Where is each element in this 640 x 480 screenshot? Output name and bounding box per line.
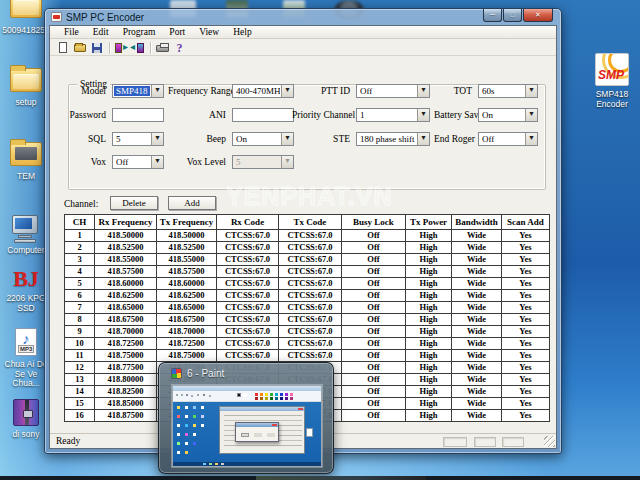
table-cell[interactable]: 418.55000 <box>157 254 217 266</box>
table-cell[interactable]: Off <box>342 290 406 302</box>
ani-field[interactable] <box>232 108 294 122</box>
table-cell[interactable]: 2 <box>65 242 95 254</box>
table-cell[interactable]: High <box>406 386 452 398</box>
model-combo[interactable]: SMP418▼ <box>112 84 164 98</box>
table-cell[interactable]: Off <box>342 398 406 410</box>
table-cell[interactable]: CTCSS:67.0 <box>279 230 342 242</box>
sql-combo[interactable]: 5▼ <box>112 132 164 146</box>
table-cell[interactable]: 418.57500 <box>95 266 157 278</box>
table-cell[interactable]: Off <box>342 350 406 362</box>
table-cell[interactable]: 418.75000 <box>157 350 217 362</box>
table-cell[interactable]: Yes <box>502 290 550 302</box>
table-row[interactable]: 1418.50000418.50000CTCSS:67.0CTCSS:67.0O… <box>65 230 550 242</box>
table-row[interactable]: 4418.57500418.57500CTCSS:67.0CTCSS:67.0O… <box>65 266 550 278</box>
table-cell[interactable]: Wide <box>452 398 502 410</box>
table-cell[interactable]: 15 <box>65 398 95 410</box>
table-cell[interactable]: Yes <box>502 254 550 266</box>
table-cell[interactable]: CTCSS:67.0 <box>279 326 342 338</box>
chevron-down-icon[interactable]: ▼ <box>417 133 429 145</box>
table-row[interactable]: 9418.70000418.70000CTCSS:67.0CTCSS:67.0O… <box>65 326 550 338</box>
table-cell[interactable]: 7 <box>65 302 95 314</box>
column-header[interactable]: Busy Lock <box>342 215 406 230</box>
table-row[interactable]: 8418.67500418.67500CTCSS:67.0CTCSS:67.0O… <box>65 314 550 326</box>
table-cell[interactable]: 418.52500 <box>157 242 217 254</box>
table-cell[interactable]: High <box>406 302 452 314</box>
table-cell[interactable]: 8 <box>65 314 95 326</box>
menu-file[interactable]: File <box>57 27 86 37</box>
paint-preview-window[interactable]: 6 - Paint <box>158 362 334 474</box>
table-row[interactable]: 5418.60000418.60000CTCSS:67.0CTCSS:67.0O… <box>65 278 550 290</box>
table-cell[interactable]: Wide <box>452 242 502 254</box>
column-header[interactable]: Tx Frequency <box>157 215 217 230</box>
table-cell[interactable]: High <box>406 266 452 278</box>
chevron-down-icon[interactable]: ▼ <box>417 85 429 97</box>
chevron-down-icon[interactable]: ▼ <box>151 156 163 168</box>
password-field[interactable] <box>112 108 164 122</box>
minimize-button[interactable]: ─ <box>483 9 502 22</box>
desktop-icon-setup[interactable]: setup <box>2 66 50 108</box>
table-cell[interactable]: 418.80000 <box>95 374 157 386</box>
table-cell[interactable]: 418.65000 <box>157 302 217 314</box>
table-cell[interactable]: CTCSS:67.0 <box>217 266 279 278</box>
table-cell[interactable]: Wide <box>452 290 502 302</box>
table-cell[interactable]: 418.62500 <box>95 290 157 302</box>
desktop-icon-smp418-encoder[interactable]: SMP SMP418 Encoder <box>586 53 638 109</box>
table-cell[interactable]: Yes <box>502 338 550 350</box>
table-cell[interactable]: High <box>406 362 452 374</box>
table-cell[interactable]: 5 <box>65 278 95 290</box>
save-icon[interactable] <box>89 41 106 55</box>
desktop-icon-5009418259[interactable]: 5009418259 <box>2 0 50 36</box>
table-cell[interactable]: CTCSS:67.0 <box>217 278 279 290</box>
table-cell[interactable]: 14 <box>65 386 95 398</box>
table-cell[interactable]: Yes <box>502 302 550 314</box>
table-cell[interactable]: Wide <box>452 338 502 350</box>
ste-combo[interactable]: 180 phase shift▼ <box>356 132 430 146</box>
table-cell[interactable]: Yes <box>502 230 550 242</box>
read-from-radio-icon[interactable] <box>130 41 147 55</box>
write-to-radio-icon[interactable] <box>113 41 130 55</box>
table-cell[interactable]: 11 <box>65 350 95 362</box>
priority-channel-combo[interactable]: 1▼ <box>356 108 430 122</box>
table-cell[interactable]: 418.75000 <box>95 350 157 362</box>
table-cell[interactable]: 418.87500 <box>95 410 157 422</box>
table-cell[interactable]: Wide <box>452 350 502 362</box>
table-cell[interactable]: Yes <box>502 314 550 326</box>
column-header[interactable]: Tx Power <box>406 215 452 230</box>
table-cell[interactable]: CTCSS:67.0 <box>217 338 279 350</box>
end-roger-combo[interactable]: Off▼ <box>478 132 538 146</box>
table-cell[interactable]: Off <box>342 314 406 326</box>
table-cell[interactable]: 12 <box>65 362 95 374</box>
table-cell[interactable]: CTCSS:67.0 <box>279 302 342 314</box>
menu-view[interactable]: View <box>192 27 226 37</box>
table-cell[interactable]: High <box>406 350 452 362</box>
table-cell[interactable]: CTCSS:67.0 <box>217 242 279 254</box>
chevron-down-icon[interactable]: ▼ <box>525 85 537 97</box>
table-cell[interactable]: Off <box>342 362 406 374</box>
table-cell[interactable]: 418.70000 <box>95 326 157 338</box>
table-cell[interactable]: Off <box>342 302 406 314</box>
column-header[interactable]: Scan Add <box>502 215 550 230</box>
table-cell[interactable]: Wide <box>452 314 502 326</box>
table-cell[interactable]: Off <box>342 338 406 350</box>
table-cell[interactable]: Yes <box>502 242 550 254</box>
table-cell[interactable]: 418.67500 <box>157 314 217 326</box>
table-cell[interactable]: 418.67500 <box>95 314 157 326</box>
table-cell[interactable]: 418.60000 <box>157 278 217 290</box>
help-icon[interactable]: ? <box>171 41 188 55</box>
table-cell[interactable]: Off <box>342 254 406 266</box>
menu-program[interactable]: Program <box>116 27 163 37</box>
table-cell[interactable]: Yes <box>502 350 550 362</box>
table-cell[interactable]: CTCSS:67.0 <box>279 254 342 266</box>
menu-port[interactable]: Port <box>162 27 192 37</box>
table-cell[interactable]: 418.70000 <box>157 326 217 338</box>
frequency-range-combo[interactable]: 400-470MHz▼ <box>232 84 294 98</box>
table-cell[interactable]: Wide <box>452 362 502 374</box>
battery-save-combo[interactable]: On▼ <box>478 108 538 122</box>
chevron-down-icon[interactable]: ▼ <box>151 133 163 145</box>
desktop-icon-bj[interactable]: BJ 2206 KPG SSD <box>2 266 50 313</box>
table-row[interactable]: 3418.55000418.55000CTCSS:67.0CTCSS:67.0O… <box>65 254 550 266</box>
table-cell[interactable]: Wide <box>452 230 502 242</box>
table-cell[interactable]: High <box>406 314 452 326</box>
table-cell[interactable]: 1 <box>65 230 95 242</box>
chevron-down-icon[interactable]: ▼ <box>417 109 429 121</box>
